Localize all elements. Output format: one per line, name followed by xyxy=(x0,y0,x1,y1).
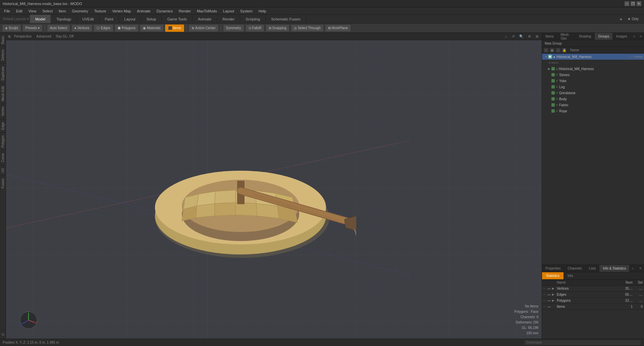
bp-tab-channels[interactable]: Channels xyxy=(565,265,586,272)
left-tab-polygon[interactable]: Polygon xyxy=(0,132,6,150)
left-tab-deform[interactable]: Deform xyxy=(0,47,6,63)
rp-tab-plus[interactable]: + xyxy=(631,33,637,40)
stats-add-polygons[interactable]: + xyxy=(543,299,547,302)
tab-render[interactable]: Render xyxy=(217,15,240,23)
tree-item-rope[interactable]: ✓ Rope xyxy=(542,108,644,114)
tree-item-root-group[interactable]: ▼ ▣ ▲ Historical_Mill_Harness (2) Group xyxy=(542,54,644,60)
stats-expand-edges[interactable]: ▶ xyxy=(552,293,557,296)
stats-add-vertices[interactable]: + xyxy=(543,287,547,290)
left-tab-fusion[interactable]: Fusion xyxy=(0,175,6,191)
materials-button[interactable]: ◉ Materials xyxy=(140,24,164,32)
left-tab-mesh-edit[interactable]: Mesh Edit xyxy=(0,83,6,104)
tree-ctrl-lock[interactable]: 🔒 xyxy=(561,48,567,53)
action-center-button[interactable]: ⊕ Action Center xyxy=(189,24,219,32)
left-tab-duplicate[interactable]: Duplicate xyxy=(0,63,6,83)
menu-animate[interactable]: Animate xyxy=(134,8,153,14)
tree-item-body[interactable]: ✓ Body xyxy=(542,96,644,102)
menu-edit[interactable]: Edit xyxy=(13,8,25,14)
select-through-button[interactable]: ◎ Select Through xyxy=(291,24,324,32)
stats-add-items[interactable]: + xyxy=(543,305,547,308)
menu-dynamics[interactable]: Dynamics xyxy=(154,8,175,14)
close-button[interactable]: ✕ xyxy=(637,1,641,6)
bp-tab-plus[interactable]: + xyxy=(630,266,636,272)
command-input[interactable]: Command xyxy=(524,340,641,346)
left-tab-basic[interactable]: Basic xyxy=(0,33,6,47)
workplane-button[interactable]: ⊠ WorkPlane xyxy=(325,24,351,32)
menu-texture[interactable]: Texture xyxy=(92,8,109,14)
tab-schematic-fusion[interactable]: Schematic Fusion xyxy=(266,15,306,23)
tab-topology[interactable]: Topology xyxy=(51,15,77,23)
auto-select-button[interactable]: Auto Select xyxy=(47,24,70,32)
falloff-button[interactable]: ⊙ Falloff xyxy=(246,24,264,32)
symmetry-button[interactable]: Symmetry xyxy=(223,24,244,32)
stats-expand-vertices[interactable]: ▶ xyxy=(552,287,557,290)
tab-uvedit[interactable]: UVEdit xyxy=(77,15,99,23)
bp-tab-info-stats[interactable]: Info & Statistics xyxy=(599,265,630,272)
tab-animate[interactable]: Animate xyxy=(193,15,217,23)
tab-layout[interactable]: Layout xyxy=(119,15,141,23)
menu-render[interactable]: Render xyxy=(176,8,194,14)
bp-tab-lists[interactable]: Lists xyxy=(586,265,600,272)
viewport-expand-icon[interactable]: ⊞ xyxy=(534,34,540,39)
restore-button[interactable]: ❐ xyxy=(631,1,635,6)
tree-ctrl-add[interactable]: + xyxy=(543,48,549,53)
menu-vertex-map[interactable]: Vertex Map xyxy=(110,8,134,14)
tab-scripting[interactable]: Scripting xyxy=(240,15,266,23)
viewport-settings-icon[interactable]: ⚙ xyxy=(527,34,532,39)
layouts-dropdown[interactable]: Default Layouts ▾ xyxy=(3,17,29,21)
new-group-row[interactable]: New Group xyxy=(542,40,644,47)
minimize-button[interactable]: ─ xyxy=(625,1,629,6)
viewport-perspective[interactable]: Perspective xyxy=(13,34,33,39)
tab-paint[interactable]: Paint xyxy=(100,15,119,23)
add-tab-button[interactable]: + xyxy=(617,16,625,22)
tree-item-log[interactable]: ✓ Log xyxy=(542,84,644,90)
menu-geometry[interactable]: Geometry xyxy=(69,8,91,14)
bp-tab-properties[interactable]: Properties xyxy=(542,265,565,272)
tree-item-stones[interactable]: ✓ Stones xyxy=(542,72,644,78)
menu-view[interactable]: View xyxy=(26,8,39,14)
expand-icon-root[interactable]: ▼ xyxy=(545,55,548,58)
stats-tab-info[interactable]: Info xyxy=(564,272,577,279)
tree-item-grindstone[interactable]: ✓ Grindstone xyxy=(542,90,644,96)
viewport-zoom-icon[interactable]: 🔍 xyxy=(518,34,525,39)
edges-button[interactable]: ⬡ Edges xyxy=(94,24,113,32)
menu-system[interactable]: System xyxy=(237,8,255,14)
vertices-button[interactable]: ● Vertices xyxy=(71,24,93,32)
left-tab-bottom[interactable]: ⊙ xyxy=(0,330,6,339)
tree-item-fabric[interactable]: ✓ Fabric xyxy=(542,102,644,108)
rp-close-button[interactable]: ✕ xyxy=(637,34,644,39)
tab-game-tools[interactable]: Game Tools xyxy=(162,15,193,23)
viewport-advanced[interactable]: Advanced xyxy=(35,34,52,39)
left-tab-uv[interactable]: UV xyxy=(0,165,6,175)
tab-setup[interactable]: Setup xyxy=(141,15,162,23)
items-button[interactable]: ⬛ Items xyxy=(165,24,184,32)
tree-ctrl-vis1[interactable]: ◉ xyxy=(549,48,555,53)
menu-file[interactable]: File xyxy=(1,8,13,14)
rp-tab-shading[interactable]: Shading xyxy=(576,33,595,40)
viewport-refresh-icon[interactable]: ↺ xyxy=(511,34,516,39)
rp-tab-groups[interactable]: Groups xyxy=(595,33,613,40)
tree-ctrl-vis2[interactable]: □ xyxy=(555,48,561,53)
polygons-button[interactable]: ⬟ Polygons xyxy=(115,24,139,32)
stats-add-edges[interactable]: + xyxy=(543,293,547,296)
only-button[interactable]: ★ Only xyxy=(625,16,641,21)
stats-expand-polygons[interactable]: ▶ xyxy=(552,299,557,302)
presets-button[interactable]: Presets ▾ xyxy=(22,24,43,32)
snapping-button[interactable]: ⊞ Snapping xyxy=(266,24,289,32)
bp-tab-close[interactable]: ✕ xyxy=(637,265,644,272)
menu-select[interactable]: Select xyxy=(40,8,55,14)
tree-item-yoke[interactable]: ✓ Yoke xyxy=(542,78,644,84)
menu-layout[interactable]: Layout xyxy=(220,8,237,14)
left-tab-curve[interactable]: Curve xyxy=(0,150,6,165)
tab-model[interactable]: Model xyxy=(30,15,51,23)
viewport[interactable]: No Items Polygons : Face Channels: 0 Def… xyxy=(6,40,542,339)
rp-tab-mesh-ops[interactable]: Mesh Ops xyxy=(557,33,575,40)
menu-item[interactable]: Item xyxy=(56,8,68,14)
stats-tab-statistics[interactable]: Statistics xyxy=(542,272,564,279)
menu-maxtomodo[interactable]: MaxToModo xyxy=(194,8,220,14)
left-tab-edge[interactable]: Edge xyxy=(0,119,6,132)
menu-help[interactable]: Help xyxy=(256,8,269,14)
rp-tab-images[interactable]: Images xyxy=(613,33,631,40)
tree-item-historical-mill[interactable]: ▶ △ Historical_Mill_Harness xyxy=(542,66,644,72)
sculpt-button[interactable]: ◈ Sculpt xyxy=(2,24,21,32)
